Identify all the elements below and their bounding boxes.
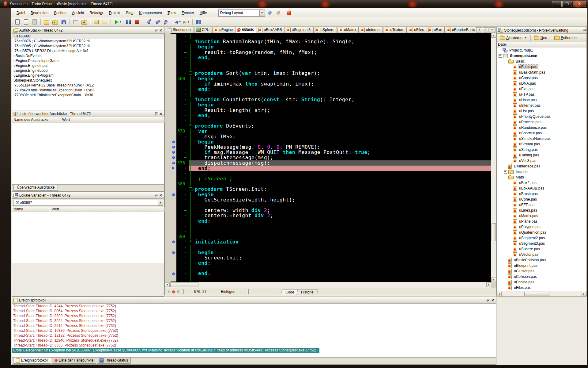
tree-item-uCluster.pas[interactable]: uCluster.pas [497, 268, 586, 274]
fold-collapse-icon[interactable] [189, 124, 192, 127]
tree-item-uStream.pas[interactable]: uStream.pas [497, 141, 586, 147]
code-line[interactable]: { TScreen } [176, 176, 491, 181]
scroll-right-icon[interactable]: ► [582, 292, 586, 296]
code-line[interactable]: end; [176, 86, 491, 92]
watch-list[interactable] [12, 123, 164, 185]
page-gray-button[interactable] [31, 18, 39, 26]
tree-item-uShortcut.pas[interactable]: uShortcut.pas [497, 130, 586, 136]
tree-item-uSimplexNoise.pas[interactable]: uSimplexNoise.pas [497, 136, 586, 141]
breakpoint-margin[interactable] [171, 250, 176, 255]
event-log-entry[interactable]: Thread-Start: Thread-ID: 11340. Prozess … [12, 338, 496, 343]
collapse-icon[interactable] [504, 60, 507, 63]
tree-item-uBrush.pas[interactable]: uBrush.pas [497, 191, 586, 197]
editor-tab-uTexture[interactable]: uTexture [383, 27, 407, 33]
menu-start[interactable]: Start [123, 10, 136, 16]
menu-datei[interactable]: Datei [14, 10, 28, 16]
code-line[interactable]: procedure DoEvents; [176, 123, 491, 128]
breakpoint-dot-icon[interactable] [172, 251, 175, 254]
fold-collapse-icon[interactable] [189, 71, 192, 75]
editor-tab-uExe[interactable]: uExe [427, 27, 444, 33]
minimize-button[interactable]: – [552, 1, 562, 7]
tree-item-uPriorityQueue.pas[interactable]: uPriorityQueue.pas [497, 114, 586, 119]
collapse-icon[interactable] [499, 54, 502, 58]
breakpoint-margin[interactable] [171, 102, 176, 107]
scrollbar-thumb[interactable] [492, 223, 496, 241]
close-button[interactable]: × [573, 1, 586, 7]
call-stack-frame[interactable]: :76ed3578 USER32.DispatchMessageA + 0xf [12, 48, 164, 53]
code-line[interactable]: procedure TScreen.Init; [176, 186, 491, 192]
chevron-down-icon[interactable]: ▼ [525, 36, 527, 39]
code-line[interactable] [176, 276, 491, 282]
pin-icon[interactable] [582, 29, 585, 32]
tree-item-Basic[interactable]: Basic [497, 59, 586, 64]
breakpoint-margin[interactable] [171, 260, 176, 266]
breakpoint-margin[interactable] [171, 44, 176, 49]
tree-item-uBlueprint.pas[interactable]: uBlueprint.pas [497, 263, 586, 268]
event-log-entry[interactable]: Thread-Start: Thread-ID: 10336. Prozess … [12, 328, 496, 333]
close-icon[interactable]: × [159, 112, 163, 116]
code-line[interactable]: centerh:=height div 2; [176, 213, 491, 218]
code-line[interactable]: 576 dispatchmessage(msg); [176, 160, 491, 166]
code-line[interactable]: end; [176, 113, 491, 118]
tree-item-uBasic.pas[interactable]: uBasic.pas [497, 64, 586, 70]
project-horizontal-scrollbar[interactable]: ◄ ► [497, 291, 586, 296]
nav-back-button[interactable]: ◀▼ [174, 18, 182, 26]
pin-icon[interactable] [486, 298, 489, 302]
folder-open-button[interactable] [43, 18, 51, 26]
folder-gear-button[interactable] [80, 18, 88, 26]
locals-list[interactable] [12, 212, 164, 263]
event-log-entry[interactable]: Thread-Start: Thread-ID: 8064. Prozess S… [12, 309, 496, 313]
scroll-down-icon[interactable]: ▼ [491, 278, 496, 282]
tree-item-uBasicCollision.pas[interactable]: uBasicCollision.pas [497, 257, 586, 263]
close-icon[interactable]: × [159, 194, 163, 197]
delete-layout-button[interactable] [275, 9, 282, 17]
chevron-down-icon[interactable]: ▼ [158, 200, 163, 205]
scroll-left-icon[interactable]: ◄ [165, 282, 170, 287]
breakpoint-margin[interactable] [171, 224, 176, 229]
breakpoint-margin[interactable] [171, 81, 176, 86]
code-line[interactable] [176, 92, 491, 97]
tree-item-uConst.pas[interactable]: uConst.pas [497, 75, 586, 81]
breakpoint-margin[interactable] [171, 202, 176, 208]
tree-item-uMatrix.pas[interactable]: uMatrix.pas [497, 213, 586, 219]
local-variables-header[interactable]: Lokale Variablen - Thread 6472 × [12, 192, 164, 199]
call-stack-frame[interactable]: uEngine.EngineInput [12, 63, 164, 68]
editor-tab-uBoxAABB[interactable]: uBoxAABB [257, 27, 284, 33]
code-line[interactable] [176, 229, 491, 234]
breakpoint-margin[interactable] [171, 266, 176, 271]
menu-ansicht[interactable]: Ansicht [69, 10, 87, 16]
event-log-entry[interactable]: Thread-Start: Thread-ID: 12132. Prozess … [12, 333, 496, 338]
code-line[interactable]: begin [176, 139, 491, 144]
call-stack-frame[interactable]: Stonequest.Stonequest [12, 78, 164, 83]
breakpoint-margin[interactable] [171, 218, 176, 224]
breakpoint-margin[interactable] [171, 108, 176, 113]
editor-tab-uFiles[interactable]: uFiles [407, 27, 426, 33]
breakpoint-dot-icon[interactable] [172, 240, 175, 243]
menu-refactor[interactable]: Refactor [87, 10, 106, 16]
code-line[interactable]: msg: TMSG; [176, 134, 491, 139]
scrollbar-thumb[interactable] [524, 292, 549, 296]
tree-item-uCone.pas[interactable]: uCone.pas [497, 197, 586, 202]
editor-tab-uInternet[interactable]: uInternet [359, 27, 383, 33]
call-stack-header[interactable]: Aufruf-Stack- Thread 6472 × [12, 27, 164, 34]
editor-tab-uEngine[interactable]: uEngine [212, 27, 235, 33]
code-line[interactable]: translatemessage(msg); [176, 155, 491, 160]
breakpoint-margin[interactable] [171, 65, 176, 71]
pin-icon[interactable] [154, 112, 157, 116]
editor-tab-uRenderBasic[interactable]: uRenderBasic [445, 27, 475, 33]
collapse-icon[interactable] [504, 176, 507, 179]
bottom-tab-thread-status[interactable]: Thread-Status [97, 358, 131, 364]
breakpoint-margin[interactable] [171, 255, 176, 260]
pause-button[interactable] [124, 18, 132, 26]
tree-item-uTiming.pas[interactable]: uTiming.pas [497, 152, 586, 158]
breakpoint-margin[interactable] [171, 86, 176, 92]
code-line[interactable]: end; [176, 218, 491, 224]
stop-button[interactable] [133, 18, 141, 26]
editor-tab-uBasic[interactable]: uBasic [236, 27, 256, 33]
breakpoint-margin[interactable] [171, 123, 176, 128]
call-stack-frame[interactable]: :01e63987 [12, 34, 164, 39]
event-log-entry[interactable]: Thread-Start: Thread-ID: 2512. Prozess S… [12, 323, 496, 328]
breakpoint-margin[interactable] [171, 234, 176, 239]
code-line[interactable]: centerw:=width div 2; [176, 208, 491, 213]
code-line[interactable]: 560begin [176, 76, 491, 81]
